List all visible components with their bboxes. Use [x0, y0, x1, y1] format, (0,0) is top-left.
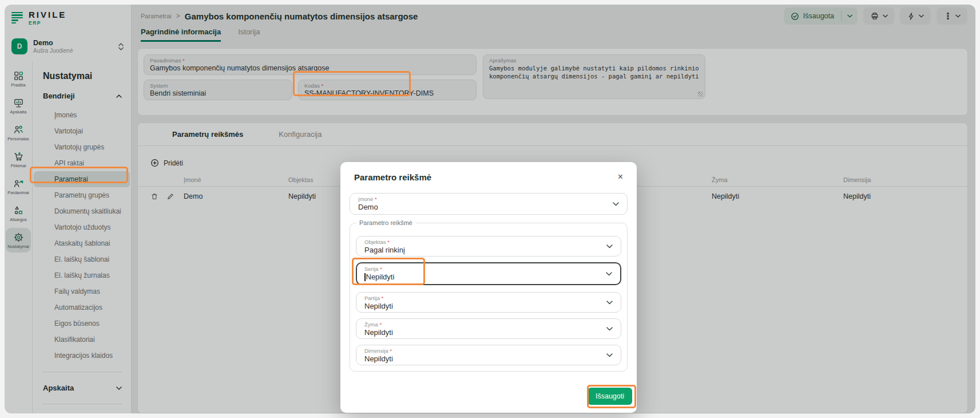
partija-select[interactable]: Partija * Nepildyti [356, 292, 621, 313]
chevron-down-icon [606, 301, 613, 305]
save-button[interactable]: Išsaugoti [588, 388, 632, 405]
objektas-select[interactable]: Objektas * Pagal rinkinį [356, 236, 621, 257]
text-cursor [364, 273, 366, 281]
screen: RIVILE ERP D Demo Aušra Juodienė Pradžia [0, 0, 980, 418]
required-mark: * [379, 321, 382, 328]
required-mark: * [382, 295, 384, 301]
parameter-value-fieldset: Parametro reikšmė Objektas * Pagal rinki… [350, 223, 628, 372]
required-mark: * [380, 266, 382, 272]
dimensija-select[interactable]: Dimensija * Nepildyti [356, 345, 621, 365]
required-mark: * [387, 239, 390, 245]
serija-select[interactable]: Serija * Nepildyti [356, 262, 621, 285]
chevron-down-icon [606, 353, 613, 357]
required-mark: * [375, 196, 377, 202]
chevron-down-icon [606, 245, 613, 249]
close-icon[interactable]: × [614, 171, 626, 183]
fieldset-legend: Parametro reikšmė [356, 219, 416, 226]
required-mark: * [390, 348, 392, 354]
chevron-down-icon [613, 202, 619, 206]
chevron-down-icon [606, 327, 613, 331]
chevron-down-icon [606, 272, 612, 276]
imone-select[interactable]: Įmonė * Demo [350, 193, 628, 215]
modal-title: Parametro reikšmė [354, 172, 431, 182]
parameter-value-modal: Parametro reikšmė × Įmonė * Demo Paramet… [340, 162, 637, 413]
zyma-select[interactable]: Žyma * Nepildyti [356, 318, 621, 339]
